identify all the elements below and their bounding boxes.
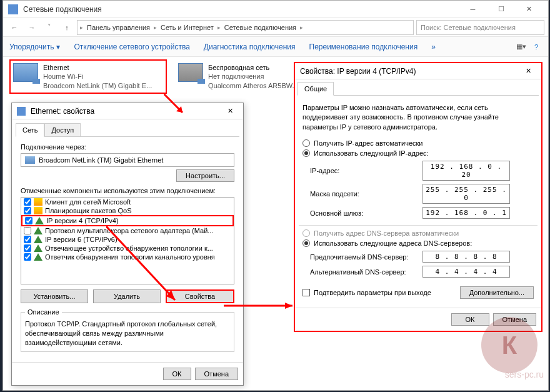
ip-address-input[interactable]: 192 . 168 . 0 . 20 (422, 161, 510, 181)
crumb-network[interactable]: Сеть и Интернет (158, 23, 216, 33)
close-button[interactable]: ✕ (520, 64, 536, 79)
chevron-right-icon: ▸ (80, 24, 83, 31)
adapter-status: Нет подключения (208, 72, 298, 81)
component-item[interactable]: Отвечающее устройство обнаружения тополо… (21, 244, 234, 253)
nic-icon (25, 156, 35, 164)
ok-button[interactable]: ОК (163, 368, 191, 380)
subnet-mask-input[interactable]: 255 . 255 . 255 . 0 (422, 184, 510, 204)
uninstall-button[interactable]: Удалить (93, 289, 161, 303)
search-input[interactable]: Поиск: Сетевые подключения (416, 20, 544, 35)
window-icon (8, 4, 18, 14)
adapter-name: Беспроводная сеть (208, 63, 298, 72)
network-client-icon (34, 207, 42, 214)
organize-menu[interactable]: Упорядочить ▾ (9, 43, 60, 51)
gateway-label: Основной шлюз: (310, 209, 422, 217)
component-label: Планировщик пакетов QoS (45, 207, 132, 214)
adapter-ethernet[interactable]: Ethernet Houme Wi-Fi Broadcom NetLink (T… (9, 59, 167, 94)
view-mode-icon[interactable]: ▦▾ (516, 41, 527, 53)
checkbox-label: Подтвердить параметры при выходе (314, 289, 431, 296)
component-checkbox[interactable] (24, 253, 31, 261)
description-legend: Описание (25, 308, 62, 316)
close-button[interactable]: ✕ (515, 1, 543, 18)
crumb-connections[interactable]: Сетевые подключения (222, 23, 299, 33)
component-checkbox[interactable] (24, 198, 31, 206)
description-box: Описание Протокол TCP/IP. Стандартный пр… (21, 308, 234, 352)
tab-network[interactable]: Сеть (16, 123, 44, 137)
component-checkbox[interactable] (25, 217, 32, 224)
ethernet-adapter-icon (13, 63, 38, 82)
configure-button[interactable]: Настроить... (176, 169, 234, 182)
component-checkbox[interactable] (24, 207, 31, 214)
component-list[interactable]: Клиент для сетей MicrosoftПланировщик па… (21, 197, 234, 284)
protocol-icon (34, 244, 42, 252)
more-chevron[interactable]: » (431, 43, 436, 51)
component-item[interactable]: Планировщик пакетов QoS (21, 206, 234, 215)
preferred-dns-label: Предпочитаемый DNS-сервер: (310, 253, 422, 261)
minimize-button[interactable]: ─ (459, 1, 487, 18)
chevron-down-icon: ▾ (56, 43, 60, 51)
alternate-dns-input[interactable]: 4 . 4 . 4 . 4 (422, 266, 510, 278)
component-checkbox[interactable] (24, 227, 31, 234)
window-title: Сетевые подключения (23, 5, 459, 14)
component-label: Протокол мультиплексора сетевого адаптер… (45, 227, 213, 234)
tabs: Сеть Доступ (16, 123, 239, 137)
network-client-icon (34, 198, 42, 206)
checkbox-icon (302, 289, 310, 296)
preferred-dns-input[interactable]: 8 . 8 . 8 . 8 (422, 251, 510, 263)
component-item[interactable]: Протокол мультиплексора сетевого адаптер… (21, 226, 234, 235)
radio-label: Использовать следующий IP-адрес: (314, 149, 429, 157)
maximize-button[interactable]: ☐ (487, 1, 515, 18)
component-item[interactable]: Клиент для сетей Microsoft (21, 198, 234, 206)
watermark-text: sers-pc.ru (505, 369, 544, 379)
search-placeholder: Поиск: Сетевые подключения (421, 24, 516, 31)
dialog-titlebar: Свойства: IP версии 4 (TCP/IPv4) ✕ (295, 63, 541, 79)
help-icon[interactable]: ? (531, 41, 542, 53)
gateway-input[interactable]: 192 . 168 . 0 . 1 (422, 207, 510, 219)
breadcrumb[interactable]: ▸ Панель управления ▸ Сеть и Интернет ▸ … (77, 20, 414, 35)
protocol-icon (35, 217, 44, 224)
rename-link[interactable]: Переименование подключения (309, 43, 418, 51)
crumb-control-panel[interactable]: Панель управления (84, 23, 152, 33)
component-checkbox[interactable] (24, 236, 31, 243)
component-item[interactable]: IP версии 4 (TCP/IPv4) (21, 215, 234, 226)
cancel-button[interactable]: Отмена (195, 368, 238, 380)
dialog-icon (17, 107, 26, 116)
forward-button[interactable]: → (24, 20, 39, 35)
radio-icon (302, 229, 310, 237)
disable-device-link[interactable]: Отключение сетевого устройства (74, 43, 189, 51)
components-label: Отмеченные компоненты используются этим … (21, 187, 234, 194)
back-button[interactable]: ← (7, 20, 22, 35)
recent-dropdown[interactable]: ˅ (42, 20, 57, 35)
properties-button[interactable]: Свойства (166, 289, 234, 303)
component-item[interactable]: IP версии 6 (TCP/IPv6) (21, 235, 234, 244)
radio-auto-dns: Получить адрес DNS-сервера автоматически (302, 229, 534, 237)
wireless-adapter-icon (178, 63, 203, 82)
protocol-icon (34, 227, 42, 234)
ok-button[interactable]: ОК (451, 313, 489, 326)
connect-via-label: Подключение через: (21, 143, 234, 151)
chevron-right-icon: ▸ (300, 24, 303, 31)
radio-label: Использовать следующие адреса DNS-сервер… (314, 239, 472, 247)
radio-label: Получить IP-адрес автоматически (314, 139, 422, 147)
ip-address-label: IP-адрес: (310, 167, 422, 174)
adapter-wireless[interactable]: Беспроводная сеть Нет подключения Qualco… (176, 61, 313, 93)
tab-general[interactable]: Общие (298, 82, 334, 96)
dialog-title: Свойства: IP версии 4 (TCP/IPv4) (300, 67, 520, 76)
adapter-selector: Broadcom NetLink (TM) Gigabit Ethernet (21, 153, 234, 167)
install-button[interactable]: Установить... (21, 289, 88, 303)
diagnose-link[interactable]: Диагностика подключения (204, 43, 296, 51)
up-button[interactable]: ↑ (59, 20, 74, 35)
radio-manual-dns[interactable]: Использовать следующие адреса DNS-сервер… (302, 239, 534, 247)
component-item[interactable]: Ответчик обнаружения топологии канальног… (21, 253, 234, 261)
component-checkbox[interactable] (24, 244, 31, 252)
advanced-button[interactable]: Дополнительно... (460, 286, 534, 299)
validate-checkbox-row[interactable]: Подтвердить параметры при выходе (302, 289, 460, 296)
tab-access[interactable]: Доступ (44, 123, 81, 137)
protocol-icon (34, 253, 42, 261)
adapter-name: Broadcom NetLink (TM) Gigabit Ethernet (39, 156, 163, 164)
radio-auto-ip[interactable]: Получить IP-адрес автоматически (302, 139, 534, 147)
radio-manual-ip[interactable]: Использовать следующий IP-адрес: (302, 149, 534, 157)
navbar: ← → ˅ ↑ ▸ Панель управления ▸ Сеть и Инт… (3, 18, 548, 37)
close-button[interactable]: ✕ (222, 104, 238, 119)
ethernet-properties-dialog: Ethernet: свойства ✕ Сеть Доступ Подключ… (11, 103, 244, 386)
